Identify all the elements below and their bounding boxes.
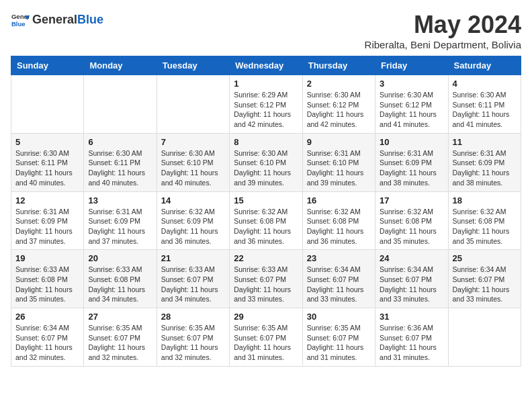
calendar-table: SundayMondayTuesdayWednesdayThursdayFrid… <box>11 56 521 367</box>
calendar-cell <box>11 75 84 134</box>
calendar-cell: 7Sunrise: 6:30 AM Sunset: 6:10 PM Daylig… <box>157 133 229 191</box>
calendar-cell: 2Sunrise: 6:30 AM Sunset: 6:12 PM Daylig… <box>302 75 375 134</box>
calendar-cell <box>84 75 157 134</box>
day-number: 19 <box>15 253 79 263</box>
day-header-wednesday: Wednesday <box>230 56 302 75</box>
day-header-thursday: Thursday <box>302 56 375 75</box>
day-number: 8 <box>234 137 298 147</box>
day-number: 4 <box>453 79 517 89</box>
day-number: 13 <box>88 195 152 205</box>
day-number: 12 <box>15 195 79 205</box>
day-number: 15 <box>234 195 298 205</box>
calendar-cell: 16Sunrise: 6:32 AM Sunset: 6:08 PM Dayli… <box>302 191 375 250</box>
day-number: 23 <box>307 253 371 263</box>
day-number: 17 <box>380 195 443 205</box>
calendar-cell: 26Sunrise: 6:34 AM Sunset: 6:07 PM Dayli… <box>11 308 84 367</box>
day-info: Sunrise: 6:34 AM Sunset: 6:07 PM Dayligh… <box>15 323 79 363</box>
day-number: 31 <box>380 312 443 322</box>
calendar-cell: 29Sunrise: 6:35 AM Sunset: 6:07 PM Dayli… <box>230 308 302 367</box>
day-info: Sunrise: 6:32 AM Sunset: 6:08 PM Dayligh… <box>234 207 298 246</box>
day-info: Sunrise: 6:31 AM Sunset: 6:09 PM Dayligh… <box>453 148 517 188</box>
day-header-monday: Monday <box>84 56 157 75</box>
day-number: 6 <box>88 137 152 147</box>
day-info: Sunrise: 6:32 AM Sunset: 6:08 PM Dayligh… <box>380 207 443 246</box>
day-info: Sunrise: 6:32 AM Sunset: 6:08 PM Dayligh… <box>307 207 371 246</box>
calendar-cell <box>157 75 229 134</box>
calendar-cell: 23Sunrise: 6:34 AM Sunset: 6:07 PM Dayli… <box>302 250 375 308</box>
day-number: 24 <box>380 253 443 263</box>
day-info: Sunrise: 6:31 AM Sunset: 6:10 PM Dayligh… <box>307 148 371 188</box>
day-info: Sunrise: 6:30 AM Sunset: 6:11 PM Dayligh… <box>88 148 152 188</box>
calendar-cell: 17Sunrise: 6:32 AM Sunset: 6:08 PM Dayli… <box>375 191 448 250</box>
day-number: 28 <box>161 312 225 322</box>
day-number: 16 <box>307 195 371 205</box>
calendar-week-2: 5Sunrise: 6:30 AM Sunset: 6:11 PM Daylig… <box>11 133 521 191</box>
calendar-week-4: 19Sunrise: 6:33 AM Sunset: 6:08 PM Dayli… <box>11 250 521 308</box>
logo-icon: General Blue <box>11 11 30 30</box>
day-number: 27 <box>88 312 152 322</box>
day-number: 30 <box>307 312 371 322</box>
calendar-cell: 20Sunrise: 6:33 AM Sunset: 6:08 PM Dayli… <box>84 250 157 308</box>
day-info: Sunrise: 6:34 AM Sunset: 6:07 PM Dayligh… <box>453 265 517 304</box>
calendar-cell: 22Sunrise: 6:33 AM Sunset: 6:07 PM Dayli… <box>230 250 302 308</box>
day-number: 21 <box>161 253 225 263</box>
day-info: Sunrise: 6:35 AM Sunset: 6:07 PM Dayligh… <box>161 323 225 363</box>
day-number: 29 <box>234 312 298 322</box>
day-info: Sunrise: 6:33 AM Sunset: 6:08 PM Dayligh… <box>88 265 152 304</box>
calendar-week-3: 12Sunrise: 6:31 AM Sunset: 6:09 PM Dayli… <box>11 191 521 250</box>
title-block: May 2024 Riberalta, Beni Department, Bol… <box>365 11 521 50</box>
day-info: Sunrise: 6:34 AM Sunset: 6:07 PM Dayligh… <box>380 265 443 304</box>
calendar-cell: 14Sunrise: 6:32 AM Sunset: 6:09 PM Dayli… <box>157 191 229 250</box>
day-info: Sunrise: 6:30 AM Sunset: 6:11 PM Dayligh… <box>15 148 79 188</box>
calendar-cell: 11Sunrise: 6:31 AM Sunset: 6:09 PM Dayli… <box>448 133 521 191</box>
day-info: Sunrise: 6:35 AM Sunset: 6:07 PM Dayligh… <box>88 323 152 363</box>
logo-text: GeneralBlue <box>32 13 103 27</box>
day-info: Sunrise: 6:35 AM Sunset: 6:07 PM Dayligh… <box>234 323 298 363</box>
day-info: Sunrise: 6:33 AM Sunset: 6:08 PM Dayligh… <box>15 265 79 304</box>
calendar-cell: 5Sunrise: 6:30 AM Sunset: 6:11 PM Daylig… <box>11 133 84 191</box>
calendar-cell: 31Sunrise: 6:36 AM Sunset: 6:07 PM Dayli… <box>375 308 448 367</box>
day-info: Sunrise: 6:30 AM Sunset: 6:10 PM Dayligh… <box>161 148 225 188</box>
calendar-cell: 30Sunrise: 6:35 AM Sunset: 6:07 PM Dayli… <box>302 308 375 367</box>
page-header: General Blue GeneralBlue May 2024 Ribera… <box>11 11 521 50</box>
day-number: 25 <box>453 253 517 263</box>
logo: General Blue GeneralBlue <box>11 11 103 30</box>
day-info: Sunrise: 6:31 AM Sunset: 6:09 PM Dayligh… <box>15 207 79 246</box>
day-info: Sunrise: 6:32 AM Sunset: 6:09 PM Dayligh… <box>161 207 225 246</box>
calendar-header-row: SundayMondayTuesdayWednesdayThursdayFrid… <box>11 56 521 75</box>
calendar-cell: 10Sunrise: 6:31 AM Sunset: 6:09 PM Dayli… <box>375 133 448 191</box>
day-header-tuesday: Tuesday <box>157 56 229 75</box>
day-number: 20 <box>88 253 152 263</box>
calendar-cell: 19Sunrise: 6:33 AM Sunset: 6:08 PM Dayli… <box>11 250 84 308</box>
calendar-cell: 9Sunrise: 6:31 AM Sunset: 6:10 PM Daylig… <box>302 133 375 191</box>
day-info: Sunrise: 6:36 AM Sunset: 6:07 PM Dayligh… <box>380 323 443 363</box>
calendar-cell: 28Sunrise: 6:35 AM Sunset: 6:07 PM Dayli… <box>157 308 229 367</box>
day-info: Sunrise: 6:30 AM Sunset: 6:11 PM Dayligh… <box>453 90 517 130</box>
day-info: Sunrise: 6:29 AM Sunset: 6:12 PM Dayligh… <box>234 90 298 130</box>
calendar-cell: 8Sunrise: 6:30 AM Sunset: 6:10 PM Daylig… <box>230 133 302 191</box>
day-info: Sunrise: 6:34 AM Sunset: 6:07 PM Dayligh… <box>307 265 371 304</box>
day-info: Sunrise: 6:30 AM Sunset: 6:12 PM Dayligh… <box>380 90 443 130</box>
day-header-friday: Friday <box>375 56 448 75</box>
svg-text:Blue: Blue <box>11 20 26 28</box>
calendar-cell: 12Sunrise: 6:31 AM Sunset: 6:09 PM Dayli… <box>11 191 84 250</box>
day-number: 5 <box>15 137 79 147</box>
calendar-cell: 25Sunrise: 6:34 AM Sunset: 6:07 PM Dayli… <box>448 250 521 308</box>
day-number: 10 <box>380 137 443 147</box>
location: Riberalta, Beni Department, Bolivia <box>365 39 521 50</box>
day-number: 18 <box>453 195 517 205</box>
day-number: 26 <box>15 312 79 322</box>
day-number: 14 <box>161 195 225 205</box>
day-info: Sunrise: 6:33 AM Sunset: 6:07 PM Dayligh… <box>234 265 298 304</box>
day-info: Sunrise: 6:31 AM Sunset: 6:09 PM Dayligh… <box>88 207 152 246</box>
day-number: 9 <box>307 137 371 147</box>
day-info: Sunrise: 6:30 AM Sunset: 6:10 PM Dayligh… <box>234 148 298 188</box>
calendar-cell: 6Sunrise: 6:30 AM Sunset: 6:11 PM Daylig… <box>84 133 157 191</box>
calendar-week-5: 26Sunrise: 6:34 AM Sunset: 6:07 PM Dayli… <box>11 308 521 367</box>
day-number: 2 <box>307 79 371 89</box>
day-info: Sunrise: 6:31 AM Sunset: 6:09 PM Dayligh… <box>380 148 443 188</box>
calendar-week-1: 1Sunrise: 6:29 AM Sunset: 6:12 PM Daylig… <box>11 75 521 134</box>
calendar-cell: 1Sunrise: 6:29 AM Sunset: 6:12 PM Daylig… <box>230 75 302 134</box>
day-header-saturday: Saturday <box>448 56 521 75</box>
day-header-sunday: Sunday <box>11 56 84 75</box>
